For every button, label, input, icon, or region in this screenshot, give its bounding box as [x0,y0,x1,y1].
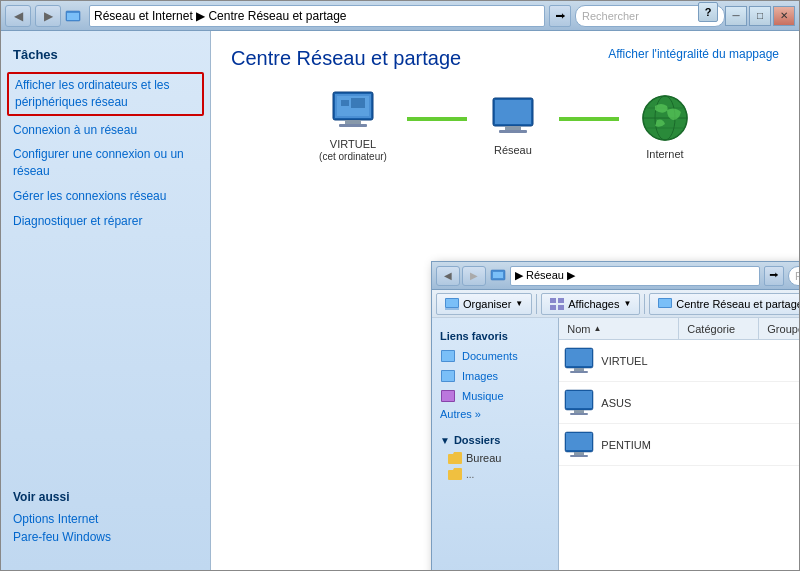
content-area: Tâches Afficher les ordinateurs et les p… [1,31,799,570]
row-name-virtuel: VIRTUEL [595,355,679,367]
col-category-label: Catégorie [687,323,735,335]
overlay-nav: ◀ ▶ ▶ Réseau ▶ ⮕ Rechercher [436,266,799,286]
sidebar-link-connect[interactable]: Connexion à un réseau [1,118,210,143]
go-button[interactable]: ⮕ [549,5,571,27]
help-button[interactable]: ? [698,2,718,22]
folder-icon [448,452,462,464]
svg-rect-8 [351,98,365,108]
sort-arrow: ▲ [594,324,602,333]
file-row-virtuel[interactable]: VIRTUEL [559,340,799,382]
sidebar-link-diagnose[interactable]: Diagnostiquer et réparer [1,209,210,234]
svg-rect-29 [659,299,671,307]
folders-header[interactable]: ▼ Dossiers [432,430,558,450]
organizer-chevron: ▼ [515,299,523,308]
forward-button[interactable]: ▶ [35,5,61,27]
main-search-placeholder: Rechercher [582,10,639,22]
address-bar[interactable]: Réseau et Internet ▶ Centre Réseau et pa… [89,5,545,27]
favorites-music[interactable]: Musique [432,386,558,406]
favorites-more[interactable]: Autres » [432,406,558,422]
row-icon-virtuel [563,347,595,375]
svg-rect-45 [566,433,592,450]
overlay-address-bar[interactable]: ▶ Réseau ▶ [510,266,760,286]
overlay-window: ◀ ▶ ▶ Réseau ▶ ⮕ Rechercher [431,261,799,570]
close-button[interactable]: ✕ [773,6,795,26]
views-button[interactable]: Affichages ▼ [541,293,640,315]
network-line-1 [407,117,467,121]
svg-rect-4 [345,120,361,124]
folder-bureau-label: Bureau [466,452,501,464]
sidebar-link-configure[interactable]: Configurer une connexion ou un réseau [1,142,210,184]
svg-rect-1 [67,13,79,20]
file-list-header: Nom ▲ Catégorie Groupe de travail Emplac… [559,318,799,340]
col-header-category[interactable]: Catégorie [679,318,759,339]
row-icon-asus [563,389,595,417]
organizer-button[interactable]: Organiser ▼ [436,293,532,315]
favorites-documents[interactable]: Documents [432,346,558,366]
toolbar-sep-1 [536,294,537,314]
svg-rect-24 [550,298,556,303]
sidebar-title: Tâches [1,43,210,70]
folder-extra[interactable]: ... [432,466,558,482]
network-center-icon [658,298,672,310]
network-center-label: Centre Réseau et partage [676,298,799,310]
sidebar: Tâches Afficher les ordinateurs et les p… [1,31,211,570]
network-node-internet: Internet [639,92,691,160]
svg-rect-10 [495,100,531,124]
overlay-search-bar[interactable]: Rechercher 🔍 [788,266,799,286]
svg-rect-20 [493,272,503,278]
svg-rect-37 [566,349,592,366]
organizer-icon [445,298,459,310]
file-sidebar: Liens favoris Documents [432,318,559,570]
file-row-pentium[interactable]: PENTIUM [559,424,799,466]
folders-title: Dossiers [454,434,500,446]
sidebar-link-manage[interactable]: Gérer les connexions réseau [1,184,210,209]
node-label-virtuel: VIRTUEL(cet ordinateur) [319,138,387,162]
file-rows: VIRTUEL [559,340,799,570]
svg-rect-11 [505,126,521,130]
col-header-workgroup[interactable]: Groupe de travail [759,318,799,339]
overlay-back-button[interactable]: ◀ [436,266,460,286]
views-chevron: ▼ [623,299,631,308]
svg-rect-39 [570,371,588,373]
overlay-forward-button[interactable]: ▶ [462,266,486,286]
svg-rect-7 [341,100,349,106]
col-header-name[interactable]: Nom ▲ [559,318,679,339]
folder-bureau[interactable]: Bureau [432,450,558,466]
file-list: Nom ▲ Catégorie Groupe de travail Emplac… [559,318,799,570]
favorites-images[interactable]: Images [432,366,558,386]
sidebar-link-computers[interactable]: Afficher les ordinateurs et les périphér… [7,72,204,116]
address-text: Réseau et Internet ▶ Centre Réseau et pa… [94,9,347,23]
views-label: Affichages [568,298,619,310]
toolbar-sep-2 [644,294,645,314]
svg-rect-43 [570,413,588,415]
network-map: VIRTUEL(cet ordinateur) Réseau [231,90,779,162]
sidebar-bottom-title: Voir aussi [13,490,198,504]
map-link[interactable]: Afficher l'intégralité du mappage [608,47,779,61]
globe-icon [639,92,691,144]
documents-icon [440,349,456,363]
back-button[interactable]: ◀ [5,5,31,27]
svg-rect-25 [558,298,564,303]
overlay-title-bar: ◀ ▶ ▶ Réseau ▶ ⮕ Rechercher [432,262,799,290]
svg-rect-26 [550,305,556,310]
svg-rect-41 [566,391,592,408]
svg-rect-31 [442,351,454,361]
overlay-toolbar: Organiser ▼ Affichages ▼ [432,290,799,318]
maximize-button[interactable]: □ [749,6,771,26]
node-label-reseau: Réseau [494,144,532,156]
sidebar-options-internet[interactable]: Options Internet [13,510,198,528]
folders-section: ▼ Dossiers Bureau [432,430,558,482]
svg-rect-5 [339,124,367,127]
svg-rect-35 [442,391,454,401]
sidebar-pare-feu[interactable]: Pare-feu Windows [13,528,198,546]
row-icon-pentium [563,431,595,459]
svg-rect-38 [574,368,584,371]
minimize-button[interactable]: ─ [725,6,747,26]
file-row-asus[interactable]: ASUS [559,382,799,424]
network-node-virtuel: VIRTUEL(cet ordinateur) [319,90,387,162]
overlay-go-button[interactable]: ⮕ [764,266,784,286]
network-center-button[interactable]: Centre Réseau et partage » [649,293,799,315]
organizer-label: Organiser [463,298,511,310]
svg-rect-22 [446,299,458,307]
overlay-address-text: ▶ Réseau ▶ [515,269,575,282]
